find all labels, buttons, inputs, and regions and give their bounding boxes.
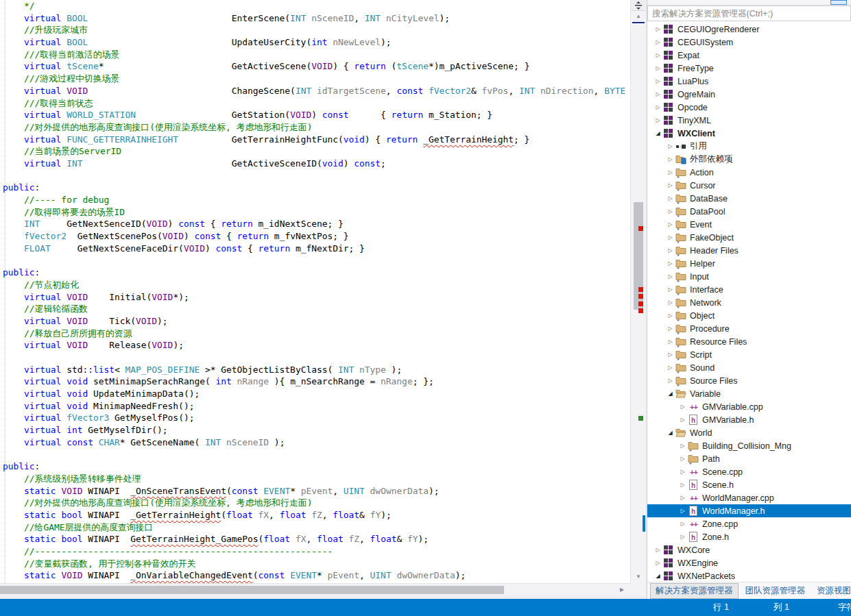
tree-item-luaplus[interactable]: ▷LuaPlus xyxy=(647,75,851,88)
tree-item-wxclient[interactable]: ◢WXClient xyxy=(647,127,851,140)
expand-arrow-icon[interactable]: ▷ xyxy=(665,273,675,280)
expand-arrow-icon[interactable]: ▷ xyxy=(653,78,663,84)
scroll-down-arrow-icon[interactable]: ▼ xyxy=(631,573,646,581)
code-area[interactable]: */ virtual BOOL EnterScene(INT nSceneID,… xyxy=(0,0,630,583)
expand-arrow-icon[interactable]: ▷ xyxy=(678,495,688,501)
expand-arrow-icon[interactable]: ▷ xyxy=(665,352,675,358)
tree-item-script[interactable]: ▷Script xyxy=(647,348,851,361)
tree-item-database[interactable]: ▷DataBase xyxy=(647,192,851,205)
tree-item-gmvariable-cpp[interactable]: ▷++GMVariable.cpp xyxy=(647,400,851,413)
scroll-right-arrow-icon[interactable]: ▶ xyxy=(616,584,628,596)
collapse-arrow-icon[interactable]: ◢ xyxy=(665,391,675,397)
expand-arrow-icon[interactable]: ▷ xyxy=(678,482,688,488)
tree-item-event[interactable]: ▷Event xyxy=(647,218,851,231)
panel-tab-资源视图[interactable]: 资源视图 xyxy=(812,584,851,598)
expand-arrow-icon[interactable]: ▷ xyxy=(665,378,675,384)
tree-item-building-collision-mng[interactable]: ▷Building_Collision_Mng xyxy=(647,439,851,452)
expand-arrow-icon[interactable]: ▷ xyxy=(665,325,675,332)
collapse-arrow-icon[interactable]: ◢ xyxy=(653,130,663,136)
tree-item-wxnetpackets[interactable]: ◢WXNetPackets xyxy=(647,569,851,582)
expand-arrow-icon[interactable]: ▷ xyxy=(678,534,688,540)
expand-arrow-icon[interactable]: ▷ xyxy=(665,195,675,201)
expand-arrow-icon[interactable]: ▷ xyxy=(678,443,688,449)
expand-arrow-icon[interactable]: ▷ xyxy=(653,91,663,97)
expand-arrow-icon[interactable]: ▷ xyxy=(665,234,675,241)
expand-arrow-icon[interactable]: ▷ xyxy=(665,365,675,371)
panel-tab-团队资源管理器[interactable]: 团队资源管理器 xyxy=(741,584,811,598)
tree-item-wxengine[interactable]: ▷WXEngine xyxy=(647,556,851,569)
expand-arrow-icon[interactable]: ▷ xyxy=(653,52,663,58)
expand-arrow-icon[interactable]: ▷ xyxy=(678,469,688,475)
editor-horizontal-scrollbar[interactable]: ▶ xyxy=(0,583,630,595)
expand-arrow-icon[interactable]: ▷ xyxy=(665,143,675,149)
tree-item-interface[interactable]: ▷Interface xyxy=(647,283,851,296)
tree-item-gmvariable-h[interactable]: ▷hGMVariable.h xyxy=(647,413,851,426)
expand-arrow-icon[interactable]: ▷ xyxy=(665,182,675,188)
collapse-arrow-icon[interactable]: ◢ xyxy=(653,573,663,579)
expand-arrow-icon[interactable]: ▷ xyxy=(665,299,675,306)
expand-arrow-icon[interactable]: ▷ xyxy=(665,260,675,267)
tree-item-scene-cpp[interactable]: ▷++Scene.cpp xyxy=(647,465,851,478)
tree-item-header-files[interactable]: ▷Header Files xyxy=(647,244,851,257)
tree-item--[interactable]: ▷外部依赖项 xyxy=(647,153,851,166)
expand-arrow-icon[interactable]: ▷ xyxy=(665,312,675,319)
collapse-arrow-icon[interactable]: ◢ xyxy=(665,430,675,436)
tree-item-resource-files[interactable]: ▷Resource Files xyxy=(647,335,851,348)
tree-item-wxcore[interactable]: ▷WXCore xyxy=(647,543,851,556)
expand-arrow-icon[interactable]: ▷ xyxy=(678,417,688,423)
tree-item-tinyxml[interactable]: ▷TinyXML xyxy=(647,114,851,127)
tree-item-ceguiogrerenderer[interactable]: ▷CEGUIOgreRenderer xyxy=(647,23,851,36)
expand-arrow-icon[interactable]: ▷ xyxy=(665,156,675,162)
expand-arrow-icon[interactable]: ▷ xyxy=(653,65,663,71)
expand-arrow-icon[interactable]: ▷ xyxy=(665,247,675,254)
tree-item-ogremain[interactable]: ▷OgreMain xyxy=(647,88,851,101)
tree-item-object[interactable]: ▷Object xyxy=(647,309,851,322)
expand-arrow-icon[interactable]: ▷ xyxy=(653,117,663,123)
tree-item-procedure[interactable]: ▷Procedure xyxy=(647,322,851,335)
tree-item-worldmanager-cpp[interactable]: ▷++WorldManager.cpp xyxy=(647,491,851,504)
expand-arrow-icon[interactable]: ▷ xyxy=(653,39,663,45)
editor-vertical-scrollbar[interactable]: ▲ ▼ xyxy=(630,0,645,583)
tree-item--[interactable]: ▷引用 xyxy=(647,140,851,153)
expand-arrow-icon[interactable]: ▷ xyxy=(678,521,688,527)
tree-item-worldmanager-h[interactable]: ▷hWorldManager.h xyxy=(647,504,851,517)
tree-item-source-files[interactable]: ▷Source Files xyxy=(647,374,851,387)
tree-item-freetype[interactable]: ▷FreeType xyxy=(647,62,851,75)
tree-item-expat[interactable]: ▷Expat xyxy=(647,49,851,62)
tree-item-network[interactable]: ▷Network xyxy=(647,296,851,309)
expand-arrow-icon[interactable]: ▷ xyxy=(665,208,675,214)
expand-arrow-icon[interactable]: ▷ xyxy=(678,404,688,410)
tree-item-variable[interactable]: ◢Variable xyxy=(647,387,851,400)
tree-item-zone-h[interactable]: ▷hZone.h xyxy=(647,530,851,543)
tree-item-helper[interactable]: ▷Helper xyxy=(647,257,851,270)
scroll-up-arrow-icon[interactable]: ▲ xyxy=(631,12,646,21)
expand-arrow-icon[interactable]: ▷ xyxy=(653,547,663,553)
tree-item-zone-cpp[interactable]: ▷++Zone.cpp xyxy=(647,517,851,530)
expand-arrow-icon[interactable]: ▷ xyxy=(665,169,675,175)
expand-arrow-icon[interactable]: ▷ xyxy=(653,560,663,566)
editor-split-handle[interactable] xyxy=(631,0,646,11)
tree-item-scene-h[interactable]: ▷hScene.h xyxy=(647,478,851,491)
tree-item-fakeobject[interactable]: ▷FakeObject xyxy=(647,231,851,244)
expand-arrow-icon[interactable]: ▷ xyxy=(665,221,675,227)
expand-arrow-icon[interactable]: ▷ xyxy=(665,338,675,345)
expand-arrow-icon[interactable]: ▷ xyxy=(678,456,688,462)
tree-item-cursor[interactable]: ▷Cursor xyxy=(647,179,851,192)
expand-arrow-icon[interactable]: ▷ xyxy=(678,508,688,514)
tree-item-ceguisystem[interactable]: ▷CEGUISystem xyxy=(647,36,851,49)
panel-tab-解决方案资源管理器[interactable]: 解决方案资源管理器 xyxy=(650,583,739,599)
tree-item-world[interactable]: ◢World xyxy=(647,426,851,439)
tree-item-datapool[interactable]: ▷DataPool xyxy=(647,205,851,218)
tree-item-action[interactable]: ▷Action xyxy=(647,166,851,179)
expand-arrow-icon[interactable]: ▷ xyxy=(653,104,663,110)
expand-arrow-icon[interactable]: ▷ xyxy=(665,286,675,293)
tree-item-opcode[interactable]: ▷Opcode xyxy=(647,101,851,114)
code-line: virtual void setMinimapSerachRange( int … xyxy=(3,375,630,388)
toolbar-button-partial[interactable] xyxy=(830,0,847,5)
expand-arrow-icon[interactable]: ▷ xyxy=(653,26,663,32)
solution-explorer-search-input[interactable] xyxy=(647,5,851,21)
tree-item-input[interactable]: ▷Input xyxy=(647,270,851,283)
horizontal-scroll-thumb[interactable] xyxy=(0,586,504,594)
tree-item-sound[interactable]: ▷Sound xyxy=(647,361,851,374)
tree-item-path[interactable]: ▷Path xyxy=(647,452,851,465)
